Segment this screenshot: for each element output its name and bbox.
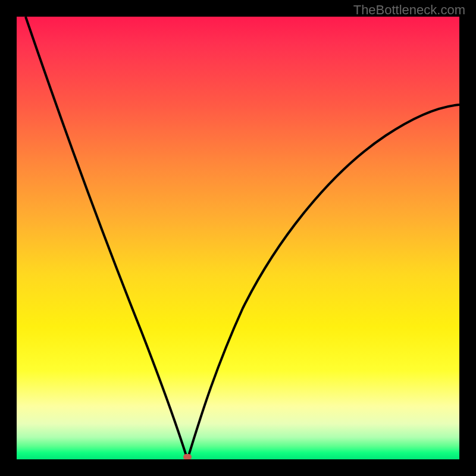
watermark-text: TheBottleneck.com — [353, 2, 465, 18]
optimal-point-marker — [183, 454, 192, 459]
plot-area — [17, 17, 459, 459]
bottleneck-curve — [17, 17, 459, 459]
